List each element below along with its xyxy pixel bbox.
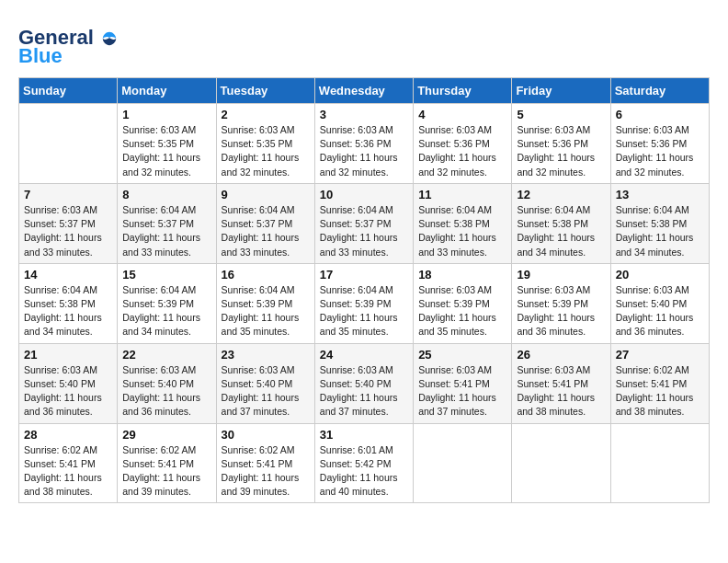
day-info: Sunrise: 6:03 AMSunset: 5:35 PMDaylight:… xyxy=(122,123,210,179)
day-number: 23 xyxy=(222,348,310,362)
weekday-header: Monday xyxy=(118,78,216,104)
calendar-cell: 3Sunrise: 6:03 AMSunset: 5:36 PMDaylight… xyxy=(314,104,413,184)
day-number: 26 xyxy=(517,348,605,362)
day-number: 5 xyxy=(517,108,605,121)
calendar-cell: 9Sunrise: 6:04 AMSunset: 5:37 PMDaylight… xyxy=(216,183,314,263)
day-number: 10 xyxy=(320,188,408,201)
calendar-cell xyxy=(610,423,709,503)
calendar-cell: 15Sunrise: 6:04 AMSunset: 5:39 PMDayligh… xyxy=(118,263,216,343)
day-number: 11 xyxy=(418,188,506,201)
calendar-header-row: SundayMondayTuesdayWednesdayThursdayFrid… xyxy=(19,78,710,104)
day-info: Sunrise: 6:04 AMSunset: 5:37 PMDaylight:… xyxy=(222,203,310,259)
day-info: Sunrise: 6:04 AMSunset: 5:37 PMDaylight:… xyxy=(320,203,408,259)
calendar-cell: 7Sunrise: 6:03 AMSunset: 5:37 PMDaylight… xyxy=(19,183,118,263)
day-number: 20 xyxy=(616,268,704,282)
day-info: Sunrise: 6:03 AMSunset: 5:37 PMDaylight:… xyxy=(24,203,112,259)
calendar-cell: 4Sunrise: 6:03 AMSunset: 5:36 PMDaylight… xyxy=(414,104,512,184)
day-number: 21 xyxy=(24,348,112,362)
calendar-cell: 30Sunrise: 6:02 AMSunset: 5:41 PMDayligh… xyxy=(216,423,314,503)
calendar-cell xyxy=(19,104,118,184)
day-number: 27 xyxy=(616,348,704,362)
day-number: 22 xyxy=(122,348,210,362)
day-number: 29 xyxy=(122,428,210,442)
calendar-cell xyxy=(512,423,610,503)
calendar-cell: 11Sunrise: 6:04 AMSunset: 5:38 PMDayligh… xyxy=(414,183,512,263)
day-number: 3 xyxy=(320,108,408,121)
calendar-cell: 17Sunrise: 6:04 AMSunset: 5:39 PMDayligh… xyxy=(314,263,413,343)
calendar-cell: 12Sunrise: 6:04 AMSunset: 5:38 PMDayligh… xyxy=(512,183,610,263)
day-info: Sunrise: 6:02 AMSunset: 5:41 PMDaylight:… xyxy=(24,443,112,500)
calendar-cell: 20Sunrise: 6:03 AMSunset: 5:40 PMDayligh… xyxy=(610,263,709,343)
day-number: 30 xyxy=(222,428,310,442)
weekday-header: Thursday xyxy=(414,78,512,104)
calendar-table: SundayMondayTuesdayWednesdayThursdayFrid… xyxy=(18,77,710,503)
weekday-header: Wednesday xyxy=(314,78,413,104)
day-info: Sunrise: 6:03 AMSunset: 5:39 PMDaylight:… xyxy=(418,283,506,339)
day-info: Sunrise: 6:04 AMSunset: 5:38 PMDaylight:… xyxy=(418,203,506,259)
day-number: 15 xyxy=(122,268,210,282)
calendar-week-row: 14Sunrise: 6:04 AMSunset: 5:38 PMDayligh… xyxy=(19,263,710,343)
calendar-cell: 5Sunrise: 6:03 AMSunset: 5:36 PMDaylight… xyxy=(512,104,610,184)
calendar-week-row: 28Sunrise: 6:02 AMSunset: 5:41 PMDayligh… xyxy=(19,423,710,503)
day-number: 9 xyxy=(222,188,310,201)
day-info: Sunrise: 6:03 AMSunset: 5:40 PMDaylight:… xyxy=(122,363,210,419)
calendar-cell: 24Sunrise: 6:03 AMSunset: 5:40 PMDayligh… xyxy=(314,343,413,423)
calendar-cell: 6Sunrise: 6:03 AMSunset: 5:36 PMDaylight… xyxy=(610,104,709,184)
calendar-cell: 28Sunrise: 6:02 AMSunset: 5:41 PMDayligh… xyxy=(19,423,118,503)
calendar-cell: 21Sunrise: 6:03 AMSunset: 5:40 PMDayligh… xyxy=(19,343,118,423)
calendar-week-row: 1Sunrise: 6:03 AMSunset: 5:35 PMDaylight… xyxy=(19,104,710,184)
day-info: Sunrise: 6:04 AMSunset: 5:37 PMDaylight:… xyxy=(122,203,210,259)
day-info: Sunrise: 6:04 AMSunset: 5:38 PMDaylight:… xyxy=(616,203,704,259)
calendar-week-row: 7Sunrise: 6:03 AMSunset: 5:37 PMDaylight… xyxy=(19,183,710,263)
day-number: 13 xyxy=(616,188,704,201)
day-number: 6 xyxy=(616,108,704,121)
weekday-header: Saturday xyxy=(610,78,709,104)
day-info: Sunrise: 6:04 AMSunset: 5:39 PMDaylight:… xyxy=(122,283,210,339)
day-info: Sunrise: 6:04 AMSunset: 5:39 PMDaylight:… xyxy=(222,283,310,339)
calendar-week-row: 21Sunrise: 6:03 AMSunset: 5:40 PMDayligh… xyxy=(19,343,710,423)
day-number: 7 xyxy=(24,188,112,201)
calendar-cell xyxy=(414,423,512,503)
page-header: General Blue xyxy=(18,18,710,68)
day-info: Sunrise: 6:04 AMSunset: 5:38 PMDaylight:… xyxy=(24,283,112,339)
day-info: Sunrise: 6:02 AMSunset: 5:41 PMDaylight:… xyxy=(122,443,210,500)
calendar-cell: 31Sunrise: 6:01 AMSunset: 5:42 PMDayligh… xyxy=(314,423,413,503)
day-number: 4 xyxy=(418,108,506,121)
day-info: Sunrise: 6:02 AMSunset: 5:41 PMDaylight:… xyxy=(616,363,704,419)
logo: General Blue xyxy=(18,28,118,68)
day-number: 12 xyxy=(517,188,605,201)
day-number: 18 xyxy=(418,268,506,282)
calendar-cell: 23Sunrise: 6:03 AMSunset: 5:40 PMDayligh… xyxy=(216,343,314,423)
calendar-cell: 14Sunrise: 6:04 AMSunset: 5:38 PMDayligh… xyxy=(19,263,118,343)
day-number: 14 xyxy=(24,268,112,282)
day-info: Sunrise: 6:03 AMSunset: 5:40 PMDaylight:… xyxy=(222,363,310,419)
day-number: 2 xyxy=(222,108,310,121)
day-info: Sunrise: 6:03 AMSunset: 5:40 PMDaylight:… xyxy=(320,363,408,419)
day-info: Sunrise: 6:03 AMSunset: 5:36 PMDaylight:… xyxy=(418,123,506,179)
day-info: Sunrise: 6:04 AMSunset: 5:38 PMDaylight:… xyxy=(517,203,605,259)
day-info: Sunrise: 6:03 AMSunset: 5:35 PMDaylight:… xyxy=(222,123,310,179)
calendar-cell: 29Sunrise: 6:02 AMSunset: 5:41 PMDayligh… xyxy=(118,423,216,503)
day-info: Sunrise: 6:02 AMSunset: 5:41 PMDaylight:… xyxy=(222,443,310,500)
calendar-cell: 18Sunrise: 6:03 AMSunset: 5:39 PMDayligh… xyxy=(414,263,512,343)
calendar-cell: 8Sunrise: 6:04 AMSunset: 5:37 PMDaylight… xyxy=(118,183,216,263)
day-info: Sunrise: 6:03 AMSunset: 5:41 PMDaylight:… xyxy=(517,363,605,419)
calendar-cell: 13Sunrise: 6:04 AMSunset: 5:38 PMDayligh… xyxy=(610,183,709,263)
calendar-cell: 25Sunrise: 6:03 AMSunset: 5:41 PMDayligh… xyxy=(414,343,512,423)
weekday-header: Tuesday xyxy=(216,78,314,104)
calendar-cell: 22Sunrise: 6:03 AMSunset: 5:40 PMDayligh… xyxy=(118,343,216,423)
calendar-cell: 2Sunrise: 6:03 AMSunset: 5:35 PMDaylight… xyxy=(216,104,314,184)
day-number: 16 xyxy=(222,268,310,282)
day-number: 1 xyxy=(122,108,210,121)
day-info: Sunrise: 6:03 AMSunset: 5:36 PMDaylight:… xyxy=(320,123,408,179)
day-info: Sunrise: 6:03 AMSunset: 5:36 PMDaylight:… xyxy=(616,123,704,179)
day-info: Sunrise: 6:03 AMSunset: 5:41 PMDaylight:… xyxy=(418,363,506,419)
weekday-header: Friday xyxy=(512,78,610,104)
calendar-cell: 19Sunrise: 6:03 AMSunset: 5:39 PMDayligh… xyxy=(512,263,610,343)
calendar-cell: 1Sunrise: 6:03 AMSunset: 5:35 PMDaylight… xyxy=(118,104,216,184)
day-info: Sunrise: 6:03 AMSunset: 5:39 PMDaylight:… xyxy=(517,283,605,339)
day-number: 8 xyxy=(122,188,210,201)
logo-bird-icon xyxy=(101,30,118,47)
day-info: Sunrise: 6:03 AMSunset: 5:40 PMDaylight:… xyxy=(616,283,704,339)
calendar-cell: 27Sunrise: 6:02 AMSunset: 5:41 PMDayligh… xyxy=(610,343,709,423)
